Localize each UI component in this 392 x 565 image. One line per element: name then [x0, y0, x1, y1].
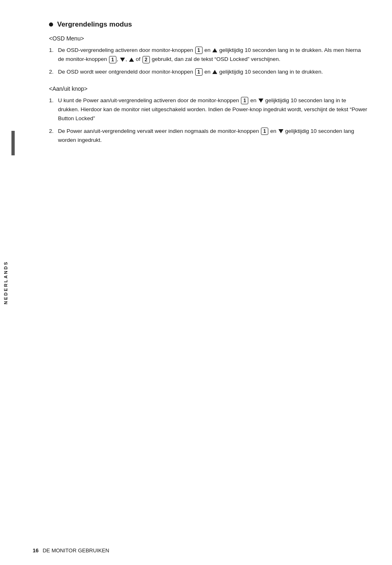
kbd-1-power-item1: 1 [241, 97, 248, 104]
footer: 16 DE MONITOR GEBRUIKEN [33, 547, 368, 554]
page-container: NEDERLANDS Vergrendelings modus <OSD Men… [0, 0, 392, 565]
main-title-text: Vergrendelings modus [57, 20, 132, 29]
osd-item-1-number: 1. [49, 46, 58, 64]
power-item-2: 2. De Power aan/uit-vergrendeling verval… [49, 127, 368, 145]
bullet-icon [49, 22, 53, 27]
osd-item-2: 2. De OSD wordt weer ontgrendeld door mo… [49, 67, 368, 76]
triangle-down-icon-1 [120, 58, 125, 62]
sidebar-language-label: NEDERLANDS [3, 261, 8, 304]
sidebar-bar [11, 131, 15, 155]
osd-item-2-content: De OSD wordt weer ontgrendeld door monit… [58, 67, 368, 76]
sidebar-wrapper: NEDERLANDS [0, 82, 11, 483]
triangle-down-icon-3 [278, 129, 283, 133]
kbd-1-osd-item1: 1 [195, 47, 203, 54]
osd-item-2-number: 2. [49, 67, 58, 76]
osd-item-1: 1. De OSD-vergrendeling activeren door m… [49, 46, 368, 64]
main-title: Vergrendelings modus [49, 20, 368, 29]
kbd-2-osd-item1: 1 [109, 56, 116, 63]
triangle-up-icon-1 [212, 48, 217, 52]
power-item-1-number: 1. [49, 96, 58, 123]
kbd-3-osd-item1: 2 [143, 56, 150, 63]
power-item-1-content: U kunt de Power aan/uit-vergrendeling ac… [58, 96, 368, 123]
triangle-up-icon-2 [129, 58, 134, 62]
power-section: <Aan/uit knop> 1. U kunt de Power aan/ui… [49, 85, 368, 145]
triangle-up-icon-3 [212, 70, 217, 74]
power-item-1: 1. U kunt de Power aan/uit-vergrendeling… [49, 96, 368, 123]
footer-page-number: 16 [33, 547, 38, 554]
triangle-down-icon-2 [258, 99, 263, 103]
kbd-1-power-item2: 1 [261, 128, 268, 135]
kbd-1-osd-item2: 1 [195, 68, 203, 76]
osd-item-1-content: De OSD-vergrendeling activeren door moni… [58, 46, 368, 64]
power-item-2-number: 2. [49, 127, 58, 145]
power-section-label: <Aan/uit knop> [49, 85, 368, 92]
footer-text: DE MONITOR GEBRUIKEN [42, 547, 109, 554]
osd-section-label: <OSD Menu> [49, 35, 368, 42]
main-content: Vergrendelings modus <OSD Menu> 1. De OS… [49, 12, 368, 145]
power-item-2-content: De Power aan/uit-vergrendeling vervalt w… [58, 127, 368, 145]
osd-section: <OSD Menu> 1. De OSD-vergrendeling activ… [49, 35, 368, 76]
